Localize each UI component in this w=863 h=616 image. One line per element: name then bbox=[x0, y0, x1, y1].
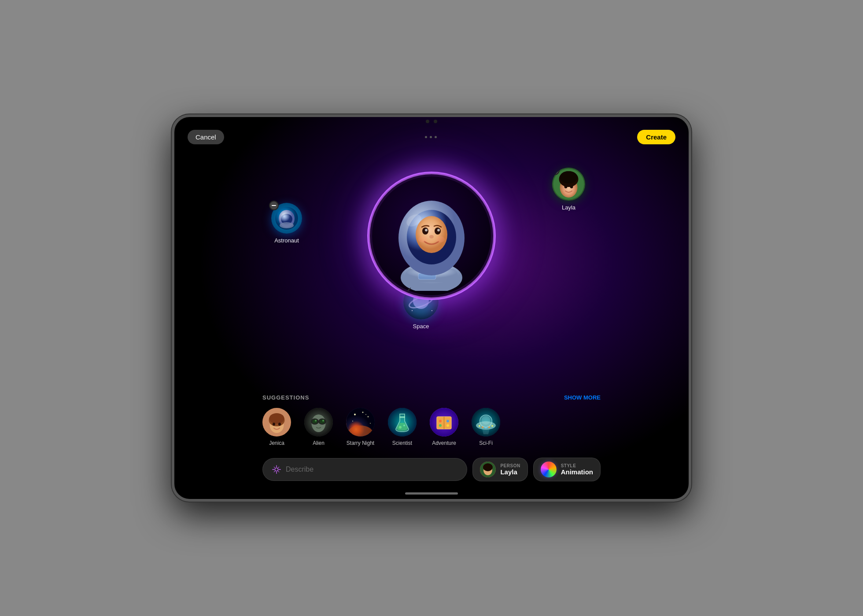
suggestion-scifi[interactable]: Sci-Fi bbox=[472, 408, 500, 446]
top-bar: Cancel Create bbox=[174, 117, 689, 148]
svg-point-33 bbox=[412, 310, 413, 311]
suggestion-jenica[interactable]: Jenica bbox=[262, 408, 291, 446]
svg-point-13 bbox=[437, 229, 440, 231]
jenica-svg bbox=[262, 408, 291, 436]
describe-input[interactable]: Describe bbox=[262, 458, 467, 481]
svg-point-58 bbox=[399, 426, 402, 429]
suggestions-title: SUGGESTIONS bbox=[262, 394, 309, 401]
svg-point-3 bbox=[280, 222, 294, 228]
floating-layla[interactable]: Layla bbox=[552, 168, 585, 211]
starry-icon bbox=[346, 408, 375, 436]
adventure-svg bbox=[430, 408, 458, 436]
svg-point-45 bbox=[320, 419, 325, 424]
adventure-icon bbox=[430, 408, 458, 436]
svg-point-14 bbox=[429, 235, 434, 238]
scientist-label: Scientist bbox=[392, 440, 412, 446]
astronaut-minus[interactable] bbox=[269, 201, 279, 210]
create-button[interactable]: Create bbox=[637, 130, 675, 144]
svg-point-72 bbox=[479, 425, 480, 427]
svg-point-16 bbox=[436, 236, 445, 242]
svg-point-24 bbox=[570, 185, 573, 188]
svg-point-50 bbox=[362, 412, 364, 413]
alien-label: Alien bbox=[313, 440, 325, 446]
person-pill[interactable]: PERSON Layla bbox=[472, 458, 527, 481]
layla-icon bbox=[552, 168, 585, 201]
layla-label: Layla bbox=[562, 204, 575, 211]
svg-point-12 bbox=[425, 229, 428, 231]
svg-point-44 bbox=[312, 419, 317, 424]
starry-label: Starry Night bbox=[347, 440, 374, 446]
svg-point-39 bbox=[278, 423, 281, 426]
svg-point-64 bbox=[446, 420, 449, 422]
suggestion-starry[interactable]: Starry Night bbox=[346, 408, 375, 446]
dot-1 bbox=[425, 136, 427, 138]
person-avatar-svg bbox=[480, 462, 496, 477]
describe-placeholder: Describe bbox=[286, 466, 313, 473]
svg-point-81 bbox=[483, 463, 493, 471]
style-info: STYLE Animation bbox=[561, 463, 593, 476]
svg-rect-57 bbox=[400, 414, 405, 418]
svg-point-66 bbox=[446, 424, 449, 427]
svg-point-78 bbox=[275, 468, 278, 471]
cancel-button[interactable]: Cancel bbox=[188, 130, 224, 144]
style-sphere bbox=[541, 462, 557, 477]
person-avatar bbox=[480, 462, 496, 477]
svg-point-59 bbox=[403, 425, 405, 426]
svg-point-51 bbox=[368, 416, 369, 418]
svg-point-32 bbox=[432, 310, 432, 311]
style-pill-value: Animation bbox=[561, 468, 593, 476]
svg-point-54 bbox=[370, 423, 371, 424]
dot-2 bbox=[430, 136, 432, 138]
suggestions-bar: SUGGESTIONS SHOW MORE bbox=[174, 394, 689, 446]
suggestion-adventure[interactable]: Adventure bbox=[430, 408, 458, 446]
suggestion-scientist[interactable]: Scientist bbox=[388, 408, 417, 446]
svg-point-53 bbox=[365, 414, 366, 415]
person-pill-value: Layla bbox=[500, 468, 520, 476]
svg-point-37 bbox=[269, 413, 284, 424]
svg-point-76 bbox=[491, 425, 493, 427]
svg-point-73 bbox=[482, 426, 483, 428]
svg-point-49 bbox=[354, 414, 356, 415]
style-pill-label: STYLE bbox=[561, 463, 593, 468]
home-indicator bbox=[405, 492, 458, 495]
style-pill[interactable]: STYLE Animation bbox=[533, 458, 601, 481]
person-info: PERSON Layla bbox=[500, 463, 520, 476]
ai-sparkle-icon bbox=[272, 465, 281, 474]
avatar-inner bbox=[372, 176, 491, 295]
svg-point-65 bbox=[439, 424, 442, 427]
alien-icon bbox=[304, 408, 333, 436]
svg-point-63 bbox=[439, 420, 442, 422]
starry-svg bbox=[346, 408, 375, 436]
scifi-label: Sci-Fi bbox=[479, 440, 493, 446]
screen: Cancel Create bbox=[174, 117, 689, 499]
svg-point-47 bbox=[322, 420, 324, 422]
svg-point-52 bbox=[352, 421, 353, 422]
svg-point-15 bbox=[418, 236, 427, 242]
suggestion-alien[interactable]: Alien bbox=[304, 408, 333, 446]
svg-marker-77 bbox=[482, 429, 490, 434]
svg-point-74 bbox=[485, 427, 487, 429]
svg-point-71 bbox=[482, 416, 491, 425]
svg-point-75 bbox=[488, 426, 490, 428]
svg-point-22 bbox=[560, 171, 578, 183]
jenica-label: Jenica bbox=[269, 440, 284, 446]
svg-point-23 bbox=[564, 185, 568, 188]
suggestions-header: SUGGESTIONS SHOW MORE bbox=[262, 394, 601, 401]
svg-point-9 bbox=[416, 216, 447, 253]
floating-astronaut[interactable]: Astronaut bbox=[271, 203, 302, 244]
scientist-icon bbox=[388, 408, 417, 436]
space-label: Space bbox=[413, 323, 429, 330]
adventure-label: Adventure bbox=[432, 440, 456, 446]
svg-point-46 bbox=[315, 420, 317, 422]
astronaut-label: Astronaut bbox=[274, 237, 299, 244]
scientist-svg bbox=[388, 408, 417, 436]
show-more-button[interactable]: SHOW MORE bbox=[564, 394, 601, 401]
jenica-icon bbox=[262, 408, 291, 436]
scifi-icon bbox=[472, 408, 500, 436]
character-svg bbox=[379, 181, 484, 291]
dot-3 bbox=[435, 136, 437, 138]
scifi-svg bbox=[472, 408, 500, 436]
person-pill-label: PERSON bbox=[500, 463, 520, 468]
astronaut-svg bbox=[275, 207, 298, 230]
astronaut-icon bbox=[271, 203, 302, 234]
